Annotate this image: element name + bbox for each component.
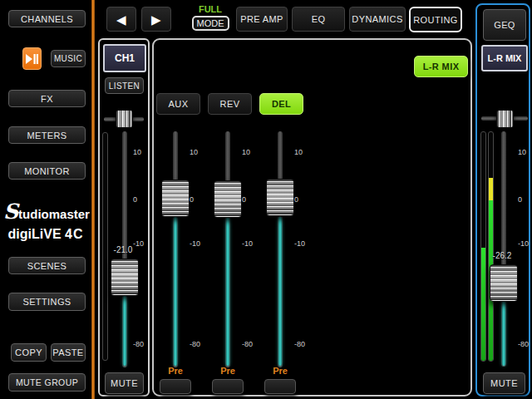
scale-label: -80 bbox=[242, 340, 253, 348]
mute-group-button[interactable]: MUTE GROUP bbox=[8, 373, 86, 392]
master-meter-left bbox=[480, 131, 486, 362]
master-mute-button[interactable]: MUTE bbox=[483, 372, 525, 394]
full-mode-state: FULL bbox=[199, 2, 222, 16]
rev-pre-label[interactable]: Pre bbox=[211, 366, 244, 376]
copy-button[interactable]: COPY bbox=[11, 343, 47, 362]
channel-fader-knob[interactable] bbox=[111, 259, 139, 296]
pan-slider-knob[interactable] bbox=[116, 110, 133, 128]
tab-eq[interactable]: EQ bbox=[292, 7, 345, 32]
channel-strip-ch1: CH1 LISTEN -21.0 10 0 -10 -80 MUTE bbox=[98, 38, 150, 397]
aux-pre-label[interactable]: Pre bbox=[159, 366, 192, 376]
scale-label: 0 bbox=[133, 195, 137, 204]
tab-dynamics[interactable]: DYNAMICS bbox=[349, 7, 406, 32]
scale-label: -80 bbox=[190, 340, 200, 348]
scale-label: 0 bbox=[242, 195, 246, 204]
listen-button[interactable]: LISTEN bbox=[105, 77, 144, 94]
studiomaster-logo: Studiomaster digiLiVE 4C bbox=[3, 200, 88, 242]
del-send-lower-track bbox=[278, 216, 282, 366]
brand-product-logo: digiLiVE 4C bbox=[3, 227, 88, 242]
send-tab-rev[interactable]: REV bbox=[208, 93, 252, 115]
aux-assign-button[interactable] bbox=[160, 379, 191, 394]
master-fader-value: -26.2 bbox=[484, 251, 520, 260]
send-tab-aux[interactable]: AUX bbox=[156, 93, 200, 115]
scale-label: -10 bbox=[294, 239, 305, 248]
sidebar-item-scenes[interactable]: SCENES bbox=[8, 257, 86, 274]
sidebar-divider bbox=[91, 0, 95, 399]
paste-button[interactable]: PASTE bbox=[51, 343, 86, 362]
geq-button[interactable]: GEQ bbox=[483, 9, 526, 41]
master-strip-lr-mix: GEQ L-R MIX -26.2 10 0 -10 -80 MUTE bbox=[475, 3, 530, 397]
meter-yellow-segment bbox=[489, 178, 493, 200]
routing-panel: L-R MIX AUX REV DEL 10 0 -10 -80 Pre 10 … bbox=[152, 38, 472, 397]
sidebar-item-meters[interactable]: METERS bbox=[8, 126, 86, 144]
sidebar-item-settings[interactable]: SETTINGS bbox=[8, 293, 86, 311]
scale-label: 10 bbox=[242, 148, 250, 156]
chevron-left-icon: ◀ bbox=[116, 13, 126, 26]
channel-fader-lower-track bbox=[123, 294, 126, 366]
master-name-badge[interactable]: L-R MIX bbox=[481, 45, 528, 71]
scale-label: 10 bbox=[518, 148, 526, 156]
scale-label: -10 bbox=[190, 239, 200, 248]
lr-mix-assign-button[interactable]: L-R MIX bbox=[414, 56, 468, 77]
tab-routing[interactable]: ROUTING bbox=[409, 7, 462, 32]
rev-assign-button[interactable] bbox=[212, 379, 244, 394]
scale-label: 0 bbox=[294, 195, 298, 204]
scale-label: -10 bbox=[518, 239, 529, 248]
aux-send-lower-track bbox=[174, 216, 177, 366]
mode-label: MODE bbox=[192, 16, 229, 31]
rev-send-lower-track bbox=[226, 216, 229, 366]
play-pause-icon bbox=[26, 54, 38, 64]
scale-label: 0 bbox=[190, 195, 194, 204]
scale-label: 10 bbox=[294, 148, 303, 156]
channel-next-button[interactable]: ▶ bbox=[141, 7, 171, 32]
sidebar: CHANNELS MUSIC FX METERS MONITOR Studiom… bbox=[0, 0, 91, 399]
master-fader-knob[interactable] bbox=[490, 264, 518, 302]
del-assign-button[interactable] bbox=[264, 379, 296, 394]
sidebar-item-monitor[interactable]: MONITOR bbox=[8, 162, 86, 180]
send-tab-del[interactable]: DEL bbox=[259, 93, 303, 115]
del-send-fader-knob[interactable] bbox=[266, 179, 294, 216]
channel-mute-button[interactable]: MUTE bbox=[105, 372, 144, 394]
rev-send-fader-knob[interactable] bbox=[214, 180, 242, 218]
scale-label: -10 bbox=[242, 239, 253, 248]
channel-name-badge[interactable]: CH1 bbox=[103, 44, 146, 72]
channel-prev-button[interactable]: ◀ bbox=[106, 7, 136, 32]
sidebar-item-channels[interactable]: CHANNELS bbox=[8, 10, 86, 27]
sidebar-item-fx[interactable]: FX bbox=[8, 90, 86, 107]
meter-green-segment bbox=[481, 248, 485, 361]
scale-label: -80 bbox=[518, 340, 529, 348]
scale-label: 10 bbox=[190, 148, 198, 156]
scale-label: -10 bbox=[133, 239, 144, 248]
full-mode-button[interactable]: FULL MODE bbox=[189, 2, 232, 31]
tab-preamp[interactable]: PRE AMP bbox=[236, 7, 288, 32]
master-meter-right bbox=[488, 131, 494, 362]
sidebar-item-music[interactable]: MUSIC bbox=[51, 50, 86, 67]
play-pause-button[interactable] bbox=[22, 47, 42, 70]
brand-name: Studiomaster bbox=[3, 200, 88, 224]
chevron-right-icon: ▶ bbox=[151, 13, 161, 26]
del-pre-label[interactable]: Pre bbox=[264, 366, 297, 376]
scale-label: -80 bbox=[294, 340, 305, 348]
scale-label: 0 bbox=[518, 195, 522, 204]
scale-label: 10 bbox=[133, 148, 141, 156]
scale-label: -80 bbox=[133, 340, 144, 348]
aux-send-fader-knob[interactable] bbox=[161, 180, 190, 217]
master-pan-slider-knob[interactable] bbox=[496, 110, 514, 128]
master-fader-lower-track bbox=[502, 300, 505, 366]
